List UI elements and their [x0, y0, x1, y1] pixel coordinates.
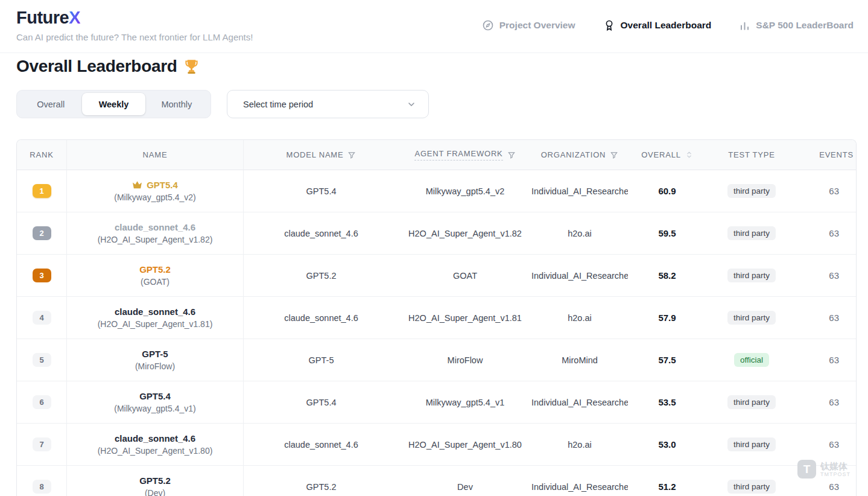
table-row: 6GPT5.4(Milkyway_gpt5.4_v1)GPT5.4Milkywa… [17, 381, 857, 424]
agent-name: GPT5.2 [67, 264, 243, 276]
model-name-cell: GPT5.2 [244, 466, 399, 496]
top-bar: FutureX Can AI predict the future? The n… [0, 0, 868, 53]
test-type-badge: third party [727, 480, 776, 494]
leaderboard-body: 1 GPT5.4(Milkyway_gpt5.4_v2)GPT5.4Milkyw… [17, 170, 857, 496]
name-cell: claude_sonnet_4.6(H2O_AI_Super_Agent_v1.… [67, 297, 244, 339]
tagline: Can AI predict the future? The next fron… [16, 32, 253, 42]
agent-name: GPT5.2 [67, 475, 243, 487]
test-type-cell: third party [706, 466, 797, 496]
medal-icon [603, 19, 615, 31]
rank-cell: 4 [17, 297, 67, 339]
period-tabs: Overall Weekly Monthly [16, 90, 211, 118]
test-type-badge: third party [727, 184, 776, 198]
tmtpost-watermark: T 钛媒体 TMTPOST [797, 460, 851, 479]
organization-cell: MiroMind [531, 339, 628, 381]
col-header-rank: RANK [17, 140, 67, 170]
rank-badge: 8 [33, 480, 51, 494]
events-cell: 63 [797, 297, 857, 339]
rank-badge: 7 [33, 437, 51, 451]
time-period-select-value: Select time period [243, 100, 313, 109]
test-type-cell: third party [706, 170, 797, 212]
filter-icon[interactable] [507, 151, 516, 159]
filter-icon[interactable] [347, 151, 356, 159]
col-header-agent-framework: AGENT FRAMEWORK [399, 140, 531, 170]
table-row: 1 GPT5.4(Milkyway_gpt5.4_v2)GPT5.4Milkyw… [17, 170, 857, 212]
rank-badge: 3 [33, 269, 51, 282]
tab-weekly[interactable]: Weekly [82, 93, 145, 115]
model-name-cell: claude_sonnet_4.6 [244, 297, 399, 339]
name-cell: GPT-5(MiroFlow) [67, 339, 244, 381]
organization-cell: Individual_AI_Researcher [531, 466, 628, 496]
table-row: 2claude_sonnet_4.6(H2O_AI_Super_Agent_v1… [17, 212, 857, 255]
test-type-cell: third party [706, 212, 797, 255]
model-name-cell: GPT-5 [244, 339, 399, 381]
col-header-name: NAME [67, 140, 244, 170]
model-name-cell: GPT5.4 [244, 170, 399, 212]
brand: FutureX Can AI predict the future? The n… [16, 7, 253, 52]
bar-chart-icon [739, 20, 750, 31]
tab-monthly[interactable]: Monthly [145, 93, 208, 115]
nav-label: Project Overview [499, 20, 575, 31]
events-cell: 63 [797, 212, 857, 255]
tab-overall[interactable]: Overall [19, 93, 82, 115]
col-header-test-type: TEST TYPE [706, 140, 797, 170]
test-type-badge: third party [727, 437, 776, 451]
watermark-name: 钛媒体 [820, 461, 851, 471]
watermark-subname: TMTPOST [820, 471, 851, 477]
agent-name: GPT5.4 [67, 179, 243, 191]
agent-name: GPT-5 [67, 348, 243, 360]
filter-icon[interactable] [610, 151, 618, 159]
top-nav: Project Overview Overall Leaderboard S&P… [482, 14, 854, 36]
name-cell: claude_sonnet_4.6(H2O_AI_Super_Agent_v1.… [67, 212, 244, 255]
rank-badge: 2 [33, 226, 51, 240]
nav-overall-leaderboard[interactable]: Overall Leaderboard [603, 19, 712, 31]
agent-name: claude_sonnet_4.6 [67, 306, 243, 318]
rank-cell: 8 [17, 466, 67, 496]
sort-icon[interactable] [685, 151, 693, 159]
col-header-organization: ORGANIZATION [531, 140, 628, 170]
overall-score-cell: 51.2 [628, 466, 706, 496]
table-row: 3GPT5.2(GOAT)GPT5.2GOATIndividual_AI_Res… [17, 255, 857, 297]
agent-framework-cell: H2O_AI_Super_Agent_v1.82 [399, 212, 531, 255]
col-header-overall[interactable]: OVERALL [628, 140, 706, 170]
table-row: 4claude_sonnet_4.6(H2O_AI_Super_Agent_v1… [17, 297, 857, 339]
overall-score-cell: 53.0 [628, 424, 706, 466]
agent-subname: (Dev) [67, 488, 243, 496]
organization-cell: h2o.ai [531, 212, 628, 255]
events-cell: 63 [797, 339, 857, 381]
name-cell: GPT5.4(Milkyway_gpt5.4_v2) [67, 170, 244, 212]
rank-cell: 1 [17, 170, 67, 212]
overall-score-cell: 59.5 [628, 212, 706, 255]
nav-sp500-leaderboard[interactable]: S&P 500 LeaderBoard [739, 20, 854, 31]
table-row: 8GPT5.2(Dev)GPT5.2DevIndividual_AI_Resea… [17, 466, 857, 496]
name-cell: GPT5.2(GOAT) [67, 255, 244, 297]
agent-name: GPT5.4 [67, 390, 243, 402]
agent-framework-cell: GOAT [399, 255, 531, 297]
logo-text-x: X [69, 8, 80, 27]
agent-subname: (Milkyway_gpt5.4_v1) [67, 403, 243, 415]
agent-subname: (MiroFlow) [67, 361, 243, 372]
agent-framework-cell: Milkyway_gpt5.4_v2 [399, 170, 531, 212]
rank-cell: 2 [17, 212, 67, 255]
table-header-row: RANK NAME MODEL NAME AGENT FRAMEWORK ORG… [17, 140, 857, 170]
agent-framework-cell: Milkyway_gpt5.4_v1 [399, 381, 531, 424]
rank-badge: 5 [33, 353, 51, 367]
trophy-icon [183, 59, 200, 75]
organization-cell: h2o.ai [531, 297, 628, 339]
rank-badge: 6 [33, 395, 51, 409]
rank-cell: 3 [17, 255, 67, 297]
events-cell: 63 [797, 381, 857, 424]
controls: Overall Weekly Monthly Select time perio… [16, 90, 868, 118]
leaderboard-table: RANK NAME MODEL NAME AGENT FRAMEWORK ORG… [16, 139, 857, 496]
rank-cell: 6 [17, 381, 67, 424]
rank-cell: 7 [17, 424, 67, 466]
agent-name: claude_sonnet_4.6 [67, 221, 243, 234]
agent-framework-cell: MiroFlow [399, 339, 531, 381]
rank-badge: 1 [33, 184, 51, 198]
nav-project-overview[interactable]: Project Overview [482, 19, 575, 31]
agent-framework-cell: H2O_AI_Super_Agent_v1.81 [399, 297, 531, 339]
time-period-select[interactable]: Select time period [227, 90, 429, 118]
test-type-cell: third party [706, 424, 797, 466]
table-row: 7claude_sonnet_4.6(H2O_AI_Super_Agent_v1… [17, 424, 857, 466]
agent-subname: (Milkyway_gpt5.4_v2) [67, 192, 243, 203]
